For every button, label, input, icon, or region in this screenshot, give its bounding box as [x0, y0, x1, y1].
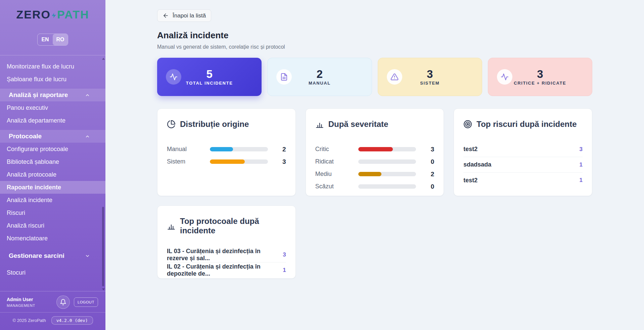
sidebar: ZEROPATH EN RO Monitorizare flux de lucr…: [0, 0, 105, 330]
back-button-label: Înapoi la listă: [173, 12, 206, 19]
risk-name: test2: [463, 177, 477, 184]
sidebar-nav: Monitorizare flux de lucru Șabloane flux…: [0, 55, 105, 291]
sidebar-item-analiza-riscuri[interactable]: Analiză riscuri: [0, 219, 105, 232]
progress-bar: [358, 184, 416, 189]
progress-bar: [358, 147, 416, 151]
stats-row: 5 TOTAL INCIDENTE 2 MANUAL 3 SISTEM: [157, 58, 592, 96]
sidebar-item-biblioteca-sabloane[interactable]: Bibliotecă șabloane: [0, 155, 105, 168]
back-button[interactable]: Înapoi la listă: [157, 9, 211, 22]
bar-row-mediu: Mediu 2: [315, 168, 434, 180]
sidebar-section-label: Gestionare sarcini: [9, 252, 64, 260]
notifications-button[interactable]: [56, 295, 70, 309]
sidebar-item-monitorizare-flux-de-lucru[interactable]: Monitorizare flux de lucru: [0, 60, 105, 73]
list-item: IL 02 - Curățenia și dezinfecția în depo…: [167, 263, 286, 278]
bar-label: Manual: [167, 146, 210, 153]
protocol-count: 1: [283, 267, 286, 274]
stat-value: 3: [427, 68, 433, 80]
target-icon: [463, 120, 472, 129]
scrollbar-up-arrow-icon[interactable]: [102, 58, 105, 60]
stat-card-total-incidente: 5 TOTAL INCIDENTE: [157, 58, 262, 96]
sidebar-item-nomenclatoare[interactable]: Nomenclatoare: [0, 232, 105, 245]
stat-label: MANUAL: [309, 81, 331, 86]
language-toggle: EN RO: [37, 34, 68, 46]
bar-row-scazut: Scăzut 0: [315, 180, 434, 193]
sidebar-item-stocuri[interactable]: Stocuri: [0, 266, 105, 279]
card-title-text: Top riscuri după incidente: [476, 120, 577, 129]
bar-value: 0: [425, 183, 434, 190]
bar-row-manual: Manual 2: [167, 143, 286, 155]
sidebar-section-protocoale[interactable]: Protocoale: [0, 130, 105, 143]
stat-value: 2: [317, 68, 323, 80]
warning-triangle-icon: [387, 69, 402, 85]
lang-ro-button[interactable]: RO: [53, 34, 68, 45]
stat-card-sistem: 3 SISTEM: [378, 58, 482, 96]
version-badge: v4.2.0 (dev): [51, 316, 93, 325]
sidebar-item-analiza-protocoale[interactable]: Analiză protocoale: [0, 168, 105, 181]
card-dupa-severitate: După severitate Critic 3 Ridicat 0: [306, 108, 444, 196]
list-item: IL 03 - Curățenia și dezinfecția în reze…: [167, 247, 286, 263]
sidebar-scrollbar[interactable]: [102, 58, 105, 290]
scrollbar-thumb[interactable]: [102, 207, 104, 286]
logout-button[interactable]: LOGOUT: [74, 297, 98, 307]
risk-count: 1: [580, 161, 583, 168]
sidebar-item-riscuri[interactable]: Riscuri: [0, 206, 105, 219]
sidebar-item-rapoarte-incidente[interactable]: Rapoarte incidente: [0, 181, 105, 194]
sidebar-item-analiza-departamente[interactable]: Analiză departamente: [0, 114, 105, 127]
bar-row-ridicat: Ridicat 0: [315, 155, 434, 168]
chevron-up-icon: [85, 93, 90, 98]
card-distributie-origine: Distribuție origine Manual 2 Sistem 3: [157, 108, 296, 196]
bar-value: 2: [277, 146, 286, 153]
sidebar-item-configurare-protocoale[interactable]: Configurare protocoale: [0, 143, 105, 155]
main-content: Înapoi la listă Analiză incidente Manual…: [105, 0, 644, 330]
activity-icon: [166, 69, 181, 85]
sidebar-item-analiza-incidente[interactable]: Analiză incidente: [0, 194, 105, 206]
sidebar-item-panou-executiv[interactable]: Panou executiv: [0, 101, 105, 114]
protocol-name: IL 02 - Curățenia și dezinfecția în depo…: [167, 263, 283, 277]
stat-value: 3: [537, 68, 543, 80]
sidebar-section-label: Protocoale: [9, 133, 42, 140]
copyright-text: © 2025 ZeroPath: [12, 318, 46, 323]
bar-label: Ridicat: [315, 158, 358, 165]
bar-value: 2: [425, 171, 434, 178]
bar-chart-icon: [315, 120, 324, 129]
bar-chart-icon: [167, 222, 176, 230]
stat-card-critice-ridicate: 3 CRITICE + RIDICATE: [488, 58, 592, 96]
chevron-up-icon: [85, 134, 90, 139]
sidebar-section-gestionare-sarcini[interactable]: Gestionare sarcini: [0, 249, 105, 262]
page-title: Analiză incidente: [157, 30, 592, 41]
stat-label: CRITICE + RIDICATE: [514, 81, 566, 86]
sidebar-section-analiza-si-raportare[interactable]: Analiză și raportare: [0, 89, 105, 101]
bar-value: 3: [277, 158, 286, 166]
activity-icon: [497, 69, 512, 85]
user-section: Admin User MANAGEMENT LOGOUT: [0, 291, 105, 312]
bar-label: Sistem: [167, 158, 210, 165]
card-top-riscuri: Top riscuri după incidente test2 3 sdads…: [454, 108, 592, 196]
charts-row-2: Top protocoale după incidente IL 03 - Cu…: [157, 205, 592, 279]
bolt-icon: [51, 11, 57, 19]
page-subtitle: Manual vs generat de sistem, corelație r…: [157, 44, 592, 50]
progress-bar: [210, 159, 268, 164]
sidebar-footer: © 2025 ZeroPath v4.2.0 (dev): [0, 312, 105, 330]
bell-icon: [60, 299, 66, 305]
protocol-count: 3: [283, 251, 286, 258]
lang-en-button[interactable]: EN: [38, 34, 53, 45]
list-item: test2 1: [463, 173, 583, 188]
bar-row-sistem: Sistem 3: [167, 155, 286, 168]
app-logo: ZEROPATH: [0, 8, 105, 21]
protocol-name: IL 03 - Curățenia și dezinfecția în reze…: [167, 248, 283, 262]
bar-row-critic: Critic 3: [315, 143, 434, 155]
arrow-left-icon: [163, 12, 169, 19]
risk-count: 3: [580, 146, 583, 153]
progress-bar: [358, 159, 416, 164]
pie-chart-icon: [167, 120, 176, 129]
stat-card-manual: 2 MANUAL: [267, 58, 372, 96]
list-item: sdadsada 1: [463, 157, 583, 173]
app-root: ZEROPATH EN RO Monitorizare flux de lucr…: [0, 0, 644, 330]
sidebar-item-sabloane-flux-de-lucru[interactable]: Șabloane flux de lucru: [0, 73, 105, 86]
list-item: test2 3: [463, 142, 583, 157]
bar-value: 0: [425, 158, 434, 166]
scrollbar-down-arrow-icon[interactable]: [102, 288, 105, 290]
progress-bar: [210, 147, 268, 151]
risk-count: 1: [580, 177, 583, 184]
risk-name: sdadsada: [463, 161, 491, 168]
